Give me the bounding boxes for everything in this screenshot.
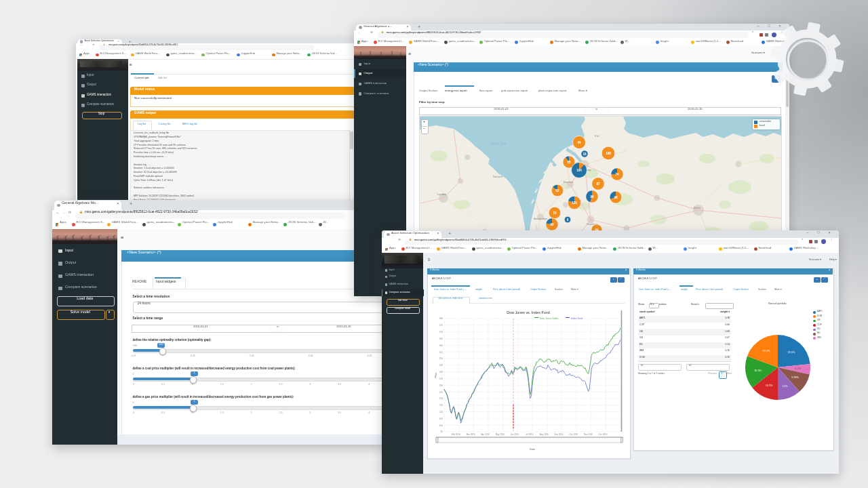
svg-text:Mar 2016: Mar 2016 xyxy=(467,433,475,436)
svg-text:May 2016: May 2016 xyxy=(496,433,505,436)
svg-text:105: 105 xyxy=(439,418,443,420)
svg-text:Amsterdam: Amsterdam xyxy=(534,217,548,220)
svg-text:74: 74 xyxy=(615,173,619,176)
svg-text:52: 52 xyxy=(555,189,559,192)
svg-text:Dow Jones vs. Index Fund: Dow Jones vs. Index Fund xyxy=(507,310,550,314)
svg-text:Aug 2016: Aug 2016 xyxy=(540,433,549,436)
svg-text:9: 9 xyxy=(567,218,569,222)
svg-text:125: 125 xyxy=(439,391,443,394)
svg-text:110: 110 xyxy=(439,411,443,413)
svg-text:130: 130 xyxy=(439,384,443,387)
svg-text:95: 95 xyxy=(440,430,443,433)
svg-text:Date: Date xyxy=(530,448,535,451)
svg-text:90: 90 xyxy=(550,223,554,226)
svg-text:London: London xyxy=(437,192,446,196)
svg-text:Dec 2016: Dec 2016 xyxy=(599,433,608,436)
svg-text:North Sea: North Sea xyxy=(491,142,507,146)
svg-text:155: 155 xyxy=(439,351,443,354)
svg-text:188: 188 xyxy=(606,152,611,155)
svg-text:44: 44 xyxy=(577,141,581,144)
svg-text:23.3%: 23.3% xyxy=(788,351,795,354)
svg-text:Bremen: Bremen xyxy=(564,180,573,184)
svg-text:180: 180 xyxy=(439,317,443,320)
svg-text:135: 135 xyxy=(439,378,443,380)
svg-text:12%: 12% xyxy=(783,385,788,388)
svg-text:55: 55 xyxy=(567,161,571,164)
svg-text:Apr 2016: Apr 2016 xyxy=(481,433,490,436)
svg-text:9.98%: 9.98% xyxy=(791,376,799,379)
svg-text:14.3%: 14.3% xyxy=(766,384,773,387)
svg-text:100: 100 xyxy=(439,424,443,427)
svg-text:Index fund: Index fund xyxy=(571,317,583,320)
svg-text:Kiel: Kiel xyxy=(595,134,599,138)
svg-text:175: 175 xyxy=(439,324,443,327)
svg-text:Nov 2016: Nov 2016 xyxy=(584,433,593,436)
svg-text:Oct 2016: Oct 2016 xyxy=(570,433,578,436)
svg-text:140: 140 xyxy=(439,371,443,373)
svg-text:18: 18 xyxy=(583,152,587,156)
svg-text:Jul 2016: Jul 2016 xyxy=(526,433,534,436)
svg-text:98: 98 xyxy=(614,196,618,199)
svg-text:104: 104 xyxy=(576,169,582,172)
svg-text:120: 120 xyxy=(572,201,577,205)
svg-text:115: 115 xyxy=(439,404,443,407)
svg-text:Berlin: Berlin xyxy=(694,206,701,209)
svg-text:150: 150 xyxy=(439,357,443,360)
svg-text:Dow Jones Index: Dow Jones Index xyxy=(540,317,559,320)
svg-text:5.2%: 5.2% xyxy=(795,367,801,370)
svg-text:22.1%: 22.1% xyxy=(763,350,770,352)
svg-text:Sep 2016: Sep 2016 xyxy=(555,433,564,436)
svg-text:96: 96 xyxy=(590,195,594,199)
svg-text:120: 120 xyxy=(439,397,443,400)
svg-text:145: 145 xyxy=(439,364,443,367)
svg-text:Jun 2016: Jun 2016 xyxy=(511,433,519,436)
svg-text:87: 87 xyxy=(596,182,600,186)
svg-text:Norwich: Norwich xyxy=(493,175,502,178)
svg-text:Feb 2016: Feb 2016 xyxy=(452,433,460,436)
svg-text:73: 73 xyxy=(553,211,557,215)
svg-text:16.3%: 16.3% xyxy=(754,369,762,372)
svg-text:165: 165 xyxy=(439,338,443,340)
svg-text:170: 170 xyxy=(439,331,443,333)
svg-text:Price: Price xyxy=(435,372,437,378)
svg-text:160: 160 xyxy=(439,344,443,347)
